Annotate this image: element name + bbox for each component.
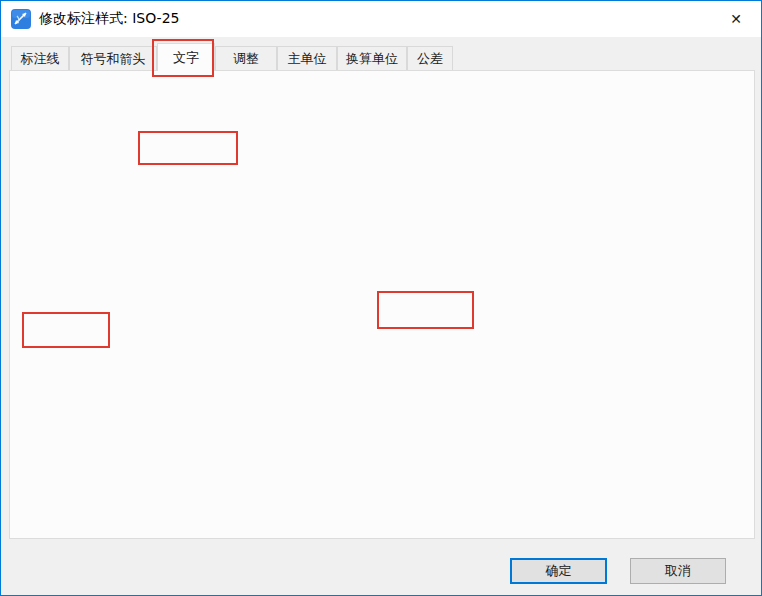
tab-strip: 标注线 符号和箭头 文字 调整 主单位 换算单位 公差 <box>11 43 453 70</box>
tab-symbols-arrows[interactable]: 符号和箭头 <box>69 46 157 70</box>
annotation-box-text-color <box>138 131 238 165</box>
annotation-box-text-tab <box>152 39 214 77</box>
tab-lines[interactable]: 标注线 <box>11 46 69 70</box>
window-title: 修改标注样式: ISO-25 <box>39 10 179 28</box>
tab-primary-units[interactable]: 主单位 <box>277 46 337 70</box>
ok-button[interactable]: 确定 <box>510 558 607 584</box>
annotation-box-text-direction <box>377 291 474 329</box>
tab-alternate-units[interactable]: 换算单位 <box>337 46 407 70</box>
cancel-button[interactable]: 取消 <box>630 558 726 584</box>
app-icon <box>11 9 31 29</box>
close-icon[interactable]: ✕ <box>725 8 747 30</box>
tab-tolerances[interactable]: 公差 <box>407 46 453 70</box>
dimension-style-dialog: 修改标注样式: ISO-25 ✕ 标注线 符号和箭头 文字 调整 主单位 换算单… <box>0 0 762 596</box>
tab-fit[interactable]: 调整 <box>215 46 277 70</box>
annotation-box-text-position <box>22 312 110 348</box>
title-bar: 修改标注样式: ISO-25 ✕ <box>1 1 761 37</box>
